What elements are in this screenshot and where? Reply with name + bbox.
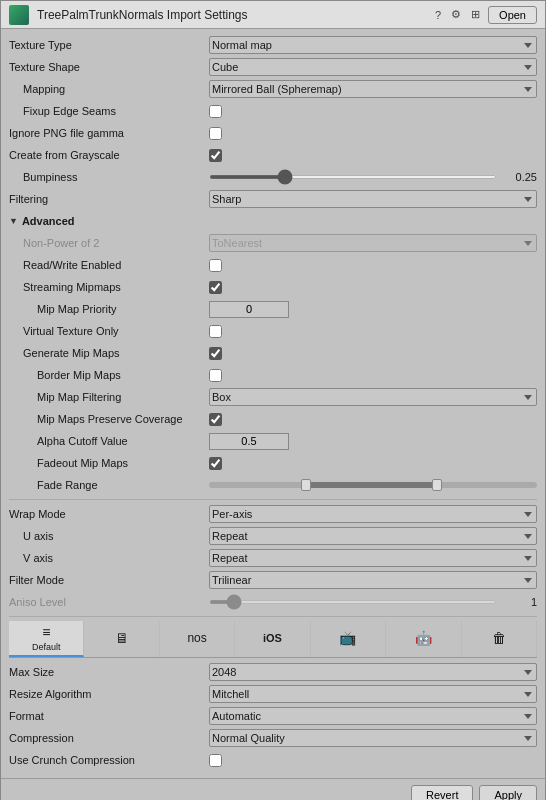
ignore-png-gamma-label: Ignore PNG file gamma	[9, 127, 209, 139]
alpha-cutoff-row: Alpha Cutoff Value	[9, 431, 537, 451]
create-from-grayscale-checkbox[interactable]	[209, 149, 222, 162]
u-axis-select[interactable]: Repeat	[209, 527, 537, 545]
fadeout-mip-maps-checkbox[interactable]	[209, 457, 222, 470]
border-mip-maps-control	[209, 369, 537, 382]
tab-webgl-icon: 🗑	[492, 630, 506, 646]
compression-control: Normal Quality	[209, 729, 537, 747]
fadeout-mip-maps-label: Fadeout Mip Maps	[9, 457, 209, 469]
filtering-select[interactable]: Sharp	[209, 190, 537, 208]
streaming-mipmaps-control	[209, 281, 537, 294]
mapping-control: Mirrored Ball (Spheremap)	[209, 80, 537, 98]
border-mip-maps-row: Border Mip Maps	[9, 365, 537, 385]
content-area: Texture Type Normal map Texture Shape Cu…	[1, 29, 545, 778]
fixup-edge-seams-row: Fixup Edge Seams	[9, 101, 537, 121]
filtering-row: Filtering Sharp	[9, 189, 537, 209]
texture-type-row: Texture Type Normal map	[9, 35, 537, 55]
tab-macos[interactable]: nos	[160, 621, 235, 657]
read-write-control	[209, 259, 537, 272]
texture-type-select[interactable]: Normal map	[209, 36, 537, 54]
non-power-of-2-select: ToNearest	[209, 234, 537, 252]
non-power-of-2-row: Non-Power of 2 ToNearest	[9, 233, 537, 253]
texture-shape-control: Cube	[209, 58, 537, 76]
crunch-compression-checkbox[interactable]	[209, 754, 222, 767]
crunch-compression-label: Use Crunch Compression	[9, 754, 209, 766]
mapping-select[interactable]: Mirrored Ball (Spheremap)	[209, 80, 537, 98]
format-select[interactable]: Automatic	[209, 707, 537, 725]
advanced-triangle: ▼	[9, 216, 18, 226]
mapping-label: Mapping	[9, 83, 209, 95]
compression-row: Compression Normal Quality	[9, 728, 537, 748]
mip-map-filtering-select[interactable]: Box	[209, 388, 537, 406]
settings-icon[interactable]: ⚙	[449, 8, 463, 21]
read-write-checkbox[interactable]	[209, 259, 222, 272]
filtering-control: Sharp	[209, 190, 537, 208]
resize-algorithm-row: Resize Algorithm Mitchell	[9, 684, 537, 704]
fadeout-mip-maps-row: Fadeout Mip Maps	[9, 453, 537, 473]
mip-map-priority-input[interactable]	[209, 301, 289, 318]
tab-ios[interactable]: iOS	[235, 621, 310, 657]
help-icon[interactable]: ?	[433, 9, 443, 21]
fade-range-handle-left[interactable]	[301, 479, 311, 491]
open-button[interactable]: Open	[488, 6, 537, 24]
texture-shape-select[interactable]: Cube	[209, 58, 537, 76]
v-axis-label: V axis	[9, 552, 209, 564]
bumpiness-slider-wrap: 0.25	[209, 171, 537, 183]
tab-tv[interactable]: 📺	[311, 621, 386, 657]
u-axis-label: U axis	[9, 530, 209, 542]
bumpiness-label: Bumpiness	[9, 171, 209, 183]
max-size-select[interactable]: 2048	[209, 663, 537, 681]
generate-mip-maps-label: Generate Mip Maps	[9, 347, 209, 359]
generate-mip-maps-checkbox[interactable]	[209, 347, 222, 360]
virtual-texture-control	[209, 325, 537, 338]
max-size-label: Max Size	[9, 666, 209, 678]
v-axis-control: Repeat	[209, 549, 537, 567]
v-axis-select[interactable]: Repeat	[209, 549, 537, 567]
fixup-edge-seams-control	[209, 105, 537, 118]
bumpiness-slider[interactable]	[209, 175, 497, 179]
window-title: TreePalmTrunkNormals Import Settings	[37, 8, 248, 22]
bumpiness-row: Bumpiness 0.25	[9, 167, 537, 187]
fade-range-label: Fade Range	[9, 479, 209, 491]
dock-icon[interactable]: ⊞	[469, 8, 482, 21]
streaming-mipmaps-checkbox[interactable]	[209, 281, 222, 294]
aniso-level-label: Aniso Level	[9, 596, 209, 608]
tab-default[interactable]: ≡ Default	[9, 621, 84, 657]
filter-mode-control: Trilinear	[209, 571, 537, 589]
tab-android[interactable]: 🤖	[386, 621, 461, 657]
advanced-section-label: Advanced	[22, 215, 75, 227]
mip-map-priority-control	[209, 301, 537, 318]
wrap-mode-label: Wrap Mode	[9, 508, 209, 520]
divider-2	[9, 616, 537, 617]
revert-button[interactable]: Revert	[411, 785, 473, 800]
texture-type-control: Normal map	[209, 36, 537, 54]
aniso-slider-wrap: 1	[209, 596, 537, 608]
generate-mip-maps-row: Generate Mip Maps	[9, 343, 537, 363]
fade-range-fill	[307, 482, 438, 488]
mip-maps-preserve-checkbox[interactable]	[209, 413, 222, 426]
alpha-cutoff-input[interactable]	[209, 433, 289, 450]
advanced-section-header[interactable]: ▼ Advanced	[9, 211, 537, 231]
tab-pc[interactable]: 🖥	[84, 621, 159, 657]
aniso-level-control: 1	[209, 596, 537, 608]
resize-algorithm-select[interactable]: Mitchell	[209, 685, 537, 703]
virtual-texture-checkbox[interactable]	[209, 325, 222, 338]
ignore-png-gamma-checkbox[interactable]	[209, 127, 222, 140]
create-from-grayscale-control	[209, 149, 537, 162]
window-icon	[9, 5, 29, 25]
apply-button[interactable]: Apply	[479, 785, 537, 800]
fade-range-handle-right[interactable]	[432, 479, 442, 491]
compression-select[interactable]: Normal Quality	[209, 729, 537, 747]
tab-webgl[interactable]: 🗑	[462, 621, 537, 657]
alpha-cutoff-label: Alpha Cutoff Value	[9, 435, 209, 447]
fixup-edge-seams-checkbox[interactable]	[209, 105, 222, 118]
aniso-level-slider[interactable]	[209, 600, 497, 604]
wrap-mode-select[interactable]: Per-axis	[209, 505, 537, 523]
filter-mode-select[interactable]: Trilinear	[209, 571, 537, 589]
texture-type-label: Texture Type	[9, 39, 209, 51]
compression-label: Compression	[9, 732, 209, 744]
border-mip-maps-checkbox[interactable]	[209, 369, 222, 382]
import-settings-window: TreePalmTrunkNormals Import Settings ? ⚙…	[0, 0, 546, 800]
mapping-row: Mapping Mirrored Ball (Spheremap)	[9, 79, 537, 99]
v-axis-row: V axis Repeat	[9, 548, 537, 568]
tab-macos-icon: nos	[187, 631, 206, 645]
